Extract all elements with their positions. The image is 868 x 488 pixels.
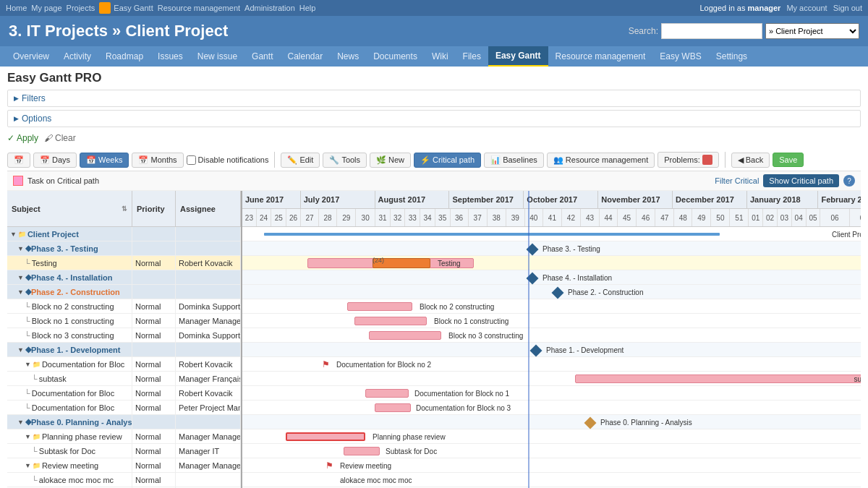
tab-newissue[interactable]: New issue	[190, 47, 244, 66]
show-critical-path-button[interactable]: Show Critical path	[763, 174, 839, 187]
task-row[interactable]: ▼ ◆ Phase 1. - Development	[7, 343, 241, 357]
disable-notifications-checkbox[interactable]	[187, 155, 196, 165]
projects-link[interactable]: Projects	[67, 4, 95, 12]
search-input[interactable]	[661, 23, 762, 39]
task-row[interactable]: ▼ ◆ Phase 0. Planning - Analysis	[7, 415, 241, 429]
priority-column-header[interactable]: Priority	[132, 191, 176, 226]
tab-easygantt[interactable]: Easy Gantt	[488, 46, 548, 67]
calendar-view-button[interactable]: 📅	[7, 153, 30, 168]
week-cell: 06	[820, 209, 849, 226]
edit-button[interactable]: ✏️ Edit	[281, 153, 320, 168]
weeks-icon: 📅	[86, 155, 96, 165]
task-row[interactable]: └ Documentation for Bloc Normal Peter Pr…	[7, 401, 241, 415]
baselines-button[interactable]: 📊 Baselines	[484, 153, 544, 168]
gantt-row-subtask: subtask	[242, 372, 861, 386]
month-header-oct: October 2017	[524, 191, 598, 208]
task-row[interactable]: └ Testing Normal Robert Kovacik	[7, 256, 241, 270]
task-row[interactable]: ▼ ◆ Phase 4. - Installation	[7, 270, 241, 285]
collapse-icon[interactable]: ▼	[17, 419, 24, 426]
expand-icon[interactable]: ▼	[25, 361, 31, 368]
phase1-label: Phase 1. - Development	[546, 346, 624, 354]
collapse-icon[interactable]: ▼	[17, 245, 24, 252]
subtask-icon: └	[25, 389, 30, 398]
task-row[interactable]: └ subtask Normal Manager Française	[7, 372, 241, 386]
tab-easywbs[interactable]: Easy WBS	[652, 47, 708, 66]
tab-settings[interactable]: Settings	[709, 47, 754, 66]
weeks-button[interactable]: 📅 Weeks	[80, 153, 129, 168]
tab-gantt[interactable]: Gantt	[244, 47, 280, 66]
collapse-icon[interactable]: ▼	[17, 346, 24, 354]
task-row[interactable]: └ alokace moc moc mc Normal	[7, 473, 241, 487]
tab-issues[interactable]: Issues	[150, 47, 190, 66]
disable-notifications-label[interactable]: Disable notifications	[187, 155, 269, 165]
expand-icon[interactable]: ▼	[10, 231, 17, 238]
resource-mgmt-button[interactable]: 👥 Resource management	[547, 153, 655, 168]
task-row[interactable]: └ Subtask for Doc Normal Manager IT	[7, 444, 241, 458]
task-row[interactable]: ▼ 📁 Review meeting Normal Manager Manage…	[7, 458, 241, 473]
tab-files[interactable]: Files	[456, 47, 488, 66]
task-row[interactable]: └ Block no 3 constructing Normal Dominka…	[7, 328, 241, 343]
problems-button[interactable]: Problems:	[658, 152, 719, 168]
help-link[interactable]: Help	[299, 4, 316, 12]
expand-icon[interactable]: ▼	[25, 462, 31, 469]
resource-mgmt-link[interactable]: Resource management	[158, 4, 240, 12]
task-row[interactable]: └ Block no 1 constructing Normal Manager…	[7, 314, 241, 328]
month-header-sep: September 2017	[449, 191, 524, 208]
week-cell: 35	[435, 209, 451, 226]
subject-column-header[interactable]: Subject ⇅	[7, 191, 132, 226]
task-row[interactable]: ▼ ◆ Phase 2. - Construction	[7, 285, 241, 299]
task-row[interactable]: └ Documentation for Bloc Normal Robert K…	[7, 386, 241, 401]
filters-toggle[interactable]: Filters	[8, 90, 860, 106]
clear-button[interactable]: 🖌 Clear	[44, 133, 76, 143]
sign-out-link[interactable]: Sign out	[833, 4, 862, 12]
back-button[interactable]: ◀ Back	[731, 153, 770, 168]
months-icon: 📅	[138, 155, 148, 165]
gantt-scroll-area[interactable]: June 2017 July 2017 August 2017 Septembe…	[242, 191, 861, 488]
months-button[interactable]: 📅 Months	[132, 153, 183, 168]
tab-documents[interactable]: Documents	[366, 47, 425, 66]
folder-icon: 📁	[33, 462, 41, 469]
tab-wiki[interactable]: Wiki	[425, 47, 456, 66]
administration-link[interactable]: Administration	[244, 4, 295, 12]
search-dropdown[interactable]: » Client Project	[765, 23, 859, 39]
assignee-column-header[interactable]: Assignee	[176, 191, 241, 226]
gantt-row-subtaskdoc: Subtask for Doc	[242, 444, 861, 458]
task-row[interactable]: ▼ 📁 Client Project	[7, 227, 241, 241]
tab-activity[interactable]: Activity	[56, 47, 98, 66]
expand-icon[interactable]: ▼	[25, 433, 31, 440]
task-row[interactable]: ▼ 📁 Planning phase review Normal Manager…	[7, 429, 241, 444]
tools-button[interactable]: 🔧 Tools	[323, 153, 367, 168]
month-header-feb: February 2018	[818, 191, 861, 208]
critical-task-color-box	[13, 176, 23, 186]
options-toggle[interactable]: Options	[8, 111, 860, 127]
task-row[interactable]: └ Block no 2 constructing Normal Dominka…	[7, 299, 241, 314]
gantt-row-block1: Block no 1 constructing	[242, 314, 861, 328]
task-name: alokace moc moc mc	[39, 476, 114, 484]
my-account-link[interactable]: My account	[786, 4, 827, 12]
tab-resourcemgmt[interactable]: Resource management	[548, 47, 653, 66]
save-button[interactable]: Save	[773, 153, 804, 167]
collapse-icon[interactable]: ▼	[17, 288, 24, 296]
tab-roadmap[interactable]: Roadmap	[98, 47, 150, 66]
task-priority: Normal	[132, 299, 176, 313]
home-link[interactable]: Home	[6, 4, 27, 12]
apply-button[interactable]: ✓ Apply	[7, 133, 38, 143]
filter-critical-link[interactable]: Filter Critical	[715, 176, 759, 185]
tab-news[interactable]: News	[330, 47, 366, 66]
logo-icon	[99, 2, 111, 14]
critical-help-icon[interactable]: ?	[843, 175, 855, 187]
new-button[interactable]: 🌿 New	[370, 153, 411, 168]
block2-label: Block no 2 constructing	[420, 303, 494, 311]
critical-path-button[interactable]: ⚡ Critical path	[414, 153, 481, 168]
mypage-link[interactable]: My page	[31, 4, 61, 12]
collapse-icon[interactable]: ▼	[17, 274, 24, 281]
gantt-row-phase0: Phase 0. Planning - Analysis	[242, 415, 861, 429]
tab-overview[interactable]: Overview	[6, 47, 56, 66]
task-row[interactable]: ▼ ◆ Phase 3. - Testing	[7, 241, 241, 256]
options-label: Options	[22, 114, 51, 124]
days-button[interactable]: 📅 Days	[33, 153, 77, 168]
gantt-column-headers: Subject ⇅ Priority Assignee	[7, 191, 241, 227]
tab-calendar[interactable]: Calendar	[280, 47, 330, 66]
easygantt-link[interactable]: Easy Gantt	[114, 4, 153, 12]
task-row[interactable]: ▼ 📁 Documentation for Bloc Normal Robert…	[7, 357, 241, 372]
